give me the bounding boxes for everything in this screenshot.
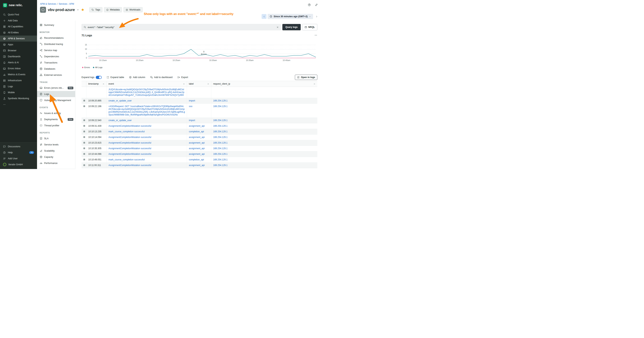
label-link[interactable]: assignment_api (189, 153, 209, 156)
sidebar-item-discussions[interactable]: Discussions (0, 144, 37, 150)
event-link[interactable]: mark_course_completion successful (108, 158, 185, 161)
sidebar-item-thread-profiler[interactable]: Thread profiler (37, 122, 75, 129)
sidebar-item-service-map[interactable]: Service map (37, 47, 75, 53)
metadata-button[interactable]: Metadata (104, 7, 122, 12)
label-link[interactable]: import (189, 99, 209, 102)
sidebar-item-performance[interactable]: Performance (37, 160, 75, 166)
open-in-logs-button[interactable]: Open in logs (295, 75, 317, 80)
row-checkbox[interactable] (84, 153, 85, 155)
ip-link[interactable]: 169.254.129.1 (213, 99, 316, 102)
legend-errors[interactable]: Errors (82, 66, 90, 69)
sidebar-item-mobile[interactable]: Mobile (0, 90, 37, 96)
share-link-button[interactable] (314, 2, 319, 8)
ip-link[interactable]: 169.254.129.1 (213, 125, 316, 127)
sidebar-item-databases[interactable]: Databases (37, 66, 75, 72)
ip-link[interactable]: 169.254.129.1 (213, 147, 316, 150)
time-forward-button[interactable] (314, 14, 319, 19)
ip-link[interactable]: 169.254.129.1 (213, 130, 316, 133)
sidebar-item-help[interactable]: Help70 (0, 150, 37, 156)
sidebar-item-issues-activity[interactable]: Issues & activity (37, 110, 75, 116)
sidebar-item-quick-find[interactable]: Quick Find (0, 12, 37, 18)
sidebar-item-add-user[interactable]: Add User (0, 156, 37, 162)
ip-link[interactable]: 169.254.129.1 (213, 158, 316, 161)
event-link[interactable]: AssignmentCompletionMutation successful (108, 147, 185, 150)
ip-link[interactable]: 169.254.129.1 (213, 164, 316, 167)
sidebar-item-dependencies[interactable]: Dependencies (37, 53, 75, 60)
label-link[interactable]: assignment_api (189, 125, 209, 127)
nrql-button[interactable]: NRQL (302, 24, 317, 30)
row-checkbox[interactable] (84, 100, 85, 101)
query-logs-button[interactable]: Query logs (282, 24, 300, 30)
sidebar-item-vulnerability-management[interactable]: Vulnerability Management (37, 97, 75, 103)
label-link[interactable]: assignment_api (189, 164, 209, 167)
sidebar-item-alerts-ai[interactable]: Alerts & AI (0, 60, 37, 66)
event-link[interactable]: AssignmentCompletionMutation successful (108, 136, 185, 139)
sidebar-item-apps[interactable]: Apps (0, 42, 37, 48)
remove-column-icon[interactable] (102, 83, 104, 85)
favorite-star-icon[interactable] (81, 8, 84, 12)
sidebar-item-capacity[interactable]: Capacity (37, 154, 75, 160)
row-checkbox[interactable] (84, 159, 85, 160)
label-link[interactable]: completion_api (189, 130, 209, 133)
breadcrumb-services-apm[interactable]: Services - APM (59, 3, 74, 5)
time-range-picker[interactable]: Since 30 minutes ago (GMT+2) (268, 14, 313, 19)
sidebar-item-synthetic-monitoring[interactable]: Synthetic Monitoring (0, 96, 37, 101)
ip-link[interactable]: 169.254.129.1 (213, 105, 316, 108)
row-checkbox[interactable] (84, 164, 85, 166)
label-link[interactable]: assignment_api (189, 142, 209, 144)
log-query-input[interactable] (88, 26, 275, 29)
toggle-switch[interactable] (96, 76, 102, 79)
sidebar-item-recommendations[interactable]: Recommendations (37, 35, 75, 41)
sidebar-item-add-data[interactable]: Add Data (0, 18, 37, 24)
workloads-button[interactable]: Workloads (124, 7, 143, 12)
event-link[interactable]: AssignmentCompletionMutation successful (108, 164, 185, 167)
event-link[interactable]: create_or_update_user (108, 99, 185, 102)
row-checkbox[interactable] (84, 125, 85, 127)
label-link[interactable]: sso (189, 105, 209, 108)
sidebar-item-all-entities[interactable]: All Entities (0, 30, 37, 36)
remove-column-icon[interactable] (183, 83, 185, 85)
sidebar-item-metrics-events[interactable]: Metrics & Events (0, 72, 37, 78)
sidebar-item-infrastructure[interactable]: Infrastructure (0, 78, 37, 84)
row-checkbox[interactable] (84, 105, 85, 107)
clear-query-icon[interactable] (276, 26, 279, 29)
row-checkbox[interactable] (84, 136, 85, 138)
sidebar-item-browser[interactable]: Browser (0, 48, 37, 54)
event-link[interactable]: AssignmentCompletionMutation successful (108, 125, 185, 127)
sidebar-item-summary[interactable]: Summary (37, 22, 75, 28)
breadcrumb-apm-services[interactable]: APM & Services (40, 3, 56, 5)
ip-link[interactable]: 169.254.129.1 (213, 153, 316, 156)
ip-link[interactable]: 169.254.129.1 (213, 142, 316, 144)
remove-column-icon[interactable] (207, 83, 209, 85)
sidebar-item-distributed-tracing[interactable]: Distributed tracing (37, 41, 75, 47)
new-relic-logo[interactable]: new relic. (0, 0, 37, 11)
expand-logs-toggle[interactable]: Expand logs (82, 76, 102, 79)
tags-button[interactable]: Tags (89, 7, 102, 12)
sidebar-item-all-capabilities[interactable]: All Capabilities (0, 24, 37, 30)
sidebar-item-scalability[interactable]: Scalability (37, 148, 75, 154)
label-link[interactable]: completion_api (189, 158, 209, 161)
sidebar-item-deployments[interactable]: DeploymentsNew (37, 116, 75, 122)
row-checkbox[interactable] (84, 142, 85, 144)
sidebar-item-external-services[interactable]: External services (37, 72, 75, 78)
more-menu-icon[interactable] (314, 34, 317, 37)
row-checkbox[interactable] (84, 147, 85, 149)
sidebar-item-more[interactable] (0, 101, 37, 107)
sidebar-item-logs[interactable]: Logs (0, 84, 37, 90)
label-link[interactable]: import (189, 119, 209, 122)
sidebar-item-account[interactable]: Iterativ GmbH (0, 162, 37, 168)
label-link[interactable]: assignment_api (189, 147, 209, 150)
event-link[interactable]: create_or_update_user (108, 119, 185, 122)
sidebar-item-errors-inbox[interactable]: Errors Inbox (0, 66, 37, 72)
sidebar-item-sla[interactable]: SLA (37, 135, 75, 142)
sidebar-item-logs-entity[interactable]: Logs (37, 91, 75, 97)
event-link[interactable]: <ASGIRequest: GET '/sso/callback/?state=… (108, 105, 185, 116)
sidebar-item-service-levels[interactable]: Service levels (37, 142, 75, 148)
row-checkbox[interactable] (84, 119, 85, 121)
entity-dropdown-chevron-icon[interactable] (77, 9, 79, 11)
event-link[interactable]: AssignmentCompletionMutation successful (108, 153, 185, 156)
remove-column-icon[interactable] (314, 83, 316, 85)
event-link[interactable]: mark_course_completion successful (108, 130, 185, 133)
time-back-button[interactable] (262, 14, 266, 19)
export-button[interactable]: Export (178, 76, 188, 79)
